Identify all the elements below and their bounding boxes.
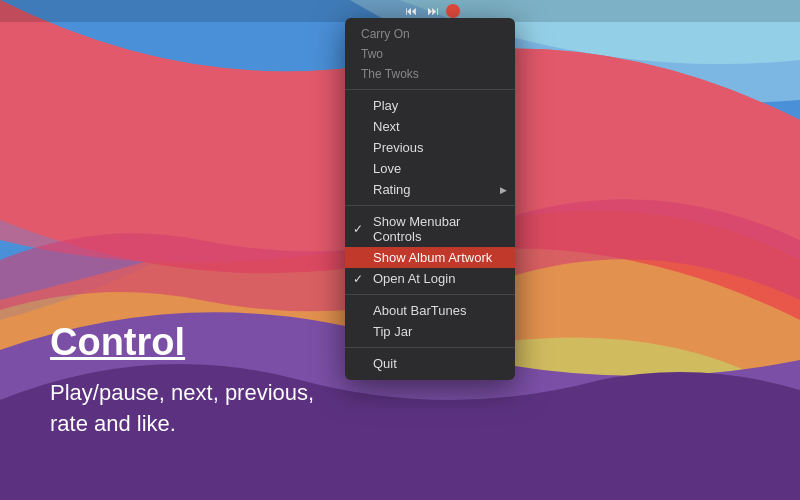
menu-nowplaying-section: Carry On Two The Twoks (345, 22, 515, 86)
menu-divider-2 (345, 205, 515, 206)
menu-item-tipjar[interactable]: Tip Jar (345, 321, 515, 342)
menu-item-quit[interactable]: Quit (345, 353, 515, 374)
menu-item-love[interactable]: Love (345, 158, 515, 179)
menu-item-about[interactable]: About BarTunes (345, 300, 515, 321)
menu-playback-section: Play Next Previous Love Rating (345, 93, 515, 202)
menu-divider-4 (345, 347, 515, 348)
menu-item-open-login[interactable]: Open At Login (345, 268, 515, 289)
menu-item-play[interactable]: Play (345, 95, 515, 116)
body-text: Play/pause, next, previous, rate and lik… (50, 378, 314, 440)
dropdown-menu: Carry On Two The Twoks Play Next Previou… (345, 18, 515, 380)
menu-quit-section: Quit (345, 351, 515, 376)
menu-item-twoks: The Twoks (345, 64, 515, 84)
menu-item-show-artwork[interactable]: Show Album Artwork (345, 247, 515, 268)
menu-divider-1 (345, 89, 515, 90)
menu-divider-3 (345, 294, 515, 295)
menu-toggles-section: Show Menubar Controls Show Album Artwork… (345, 209, 515, 291)
menu-item-carryOn: Carry On (345, 24, 515, 44)
menu-item-rating[interactable]: Rating (345, 179, 515, 200)
menu-item-show-menubar[interactable]: Show Menubar Controls (345, 211, 515, 247)
menu-dot[interactable] (446, 4, 460, 18)
heading-control: Control (50, 321, 314, 364)
menu-item-two: Two (345, 44, 515, 64)
bottom-text-area: Control Play/pause, next, previous, rate… (50, 321, 314, 440)
menu-footer-section: About BarTunes Tip Jar (345, 298, 515, 344)
menu-item-next[interactable]: Next (345, 116, 515, 137)
menu-item-previous[interactable]: Previous (345, 137, 515, 158)
